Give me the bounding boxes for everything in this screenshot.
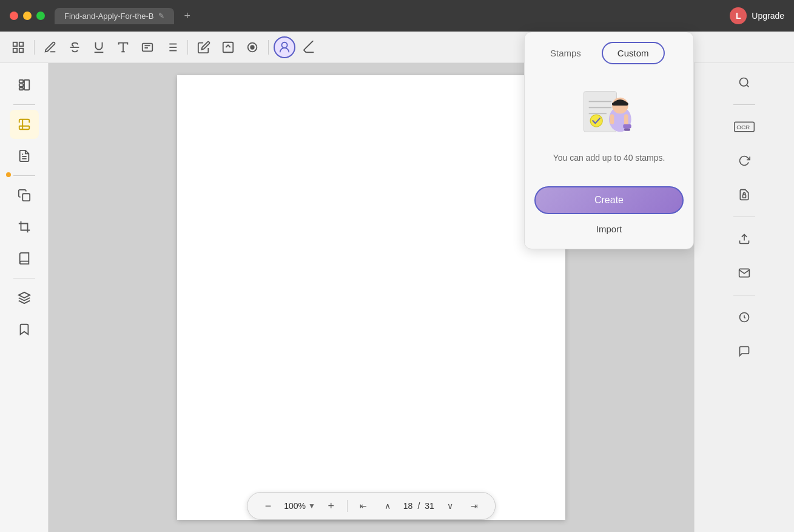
popup-actions: Create Import — [525, 177, 693, 249]
svg-rect-0 — [13, 42, 17, 45]
edit-toolbar-btn[interactable] — [193, 36, 215, 58]
svg-rect-48 — [610, 114, 614, 124]
lock-file-panel-btn[interactable] — [730, 180, 759, 209]
traffic-lights — [10, 12, 45, 20]
toolbar-sep-3 — [268, 40, 269, 55]
underline-toolbar-btn[interactable] — [88, 36, 110, 58]
svg-rect-46 — [623, 124, 631, 129]
right-panel-sep-2 — [733, 217, 755, 217]
popup-tabs: Stamps Custom — [525, 32, 693, 69]
stamps-tab[interactable]: Stamps — [534, 42, 597, 64]
bottom-sep-1 — [347, 500, 348, 512]
document-page — [177, 75, 565, 520]
mail-panel-btn[interactable] — [730, 258, 759, 288]
svg-rect-21 — [19, 80, 22, 83]
eraser-toolbar-btn[interactable] — [298, 36, 320, 58]
active-tab[interactable]: Find-and-Apply-For-the-B ✎ — [55, 8, 174, 24]
next-page-button[interactable]: ∨ — [442, 497, 459, 514]
sidebar-pages-btn[interactable] — [10, 70, 39, 99]
left-sidebar — [0, 63, 49, 532]
svg-point-41 — [590, 115, 602, 127]
sidebar-sep-3 — [13, 278, 35, 278]
list-toolbar-btn[interactable] — [161, 36, 183, 58]
sidebar-highlight-btn[interactable] — [10, 110, 39, 139]
svg-rect-44 — [612, 103, 628, 106]
svg-rect-47 — [624, 129, 630, 131]
sidebar-bookmark-btn[interactable] — [10, 315, 39, 344]
tab-area: Find-and-Apply-For-the-B ✎ + — [55, 7, 730, 25]
svg-point-20 — [281, 42, 287, 47]
tab-edit-icon[interactable]: ✎ — [158, 12, 164, 20]
pen-toolbar-btn[interactable] — [39, 36, 61, 58]
sidebar-copy-btn[interactable] — [10, 181, 39, 210]
create-stamp-button[interactable]: Create — [534, 186, 684, 214]
sidebar-sep-2 — [13, 175, 35, 176]
pages-toolbar-btn[interactable] — [7, 36, 29, 58]
current-page: 18 — [403, 501, 413, 511]
prev-page-button[interactable]: ∧ — [379, 497, 396, 514]
zoom-dropdown-icon[interactable]: ▼ — [308, 502, 315, 510]
sidebar-notes-btn[interactable] — [10, 141, 39, 170]
stamps-popup: Stamps Custom You can a — [524, 32, 694, 249]
stamp-description: You can add up to 40 stamps. — [553, 152, 665, 164]
svg-rect-22 — [19, 84, 22, 87]
toolbar-sep-2 — [187, 40, 188, 55]
zoom-out-button[interactable]: − — [260, 497, 277, 514]
stamp-illustration — [579, 81, 639, 142]
right-panel: OCR — [694, 63, 794, 532]
close-button[interactable] — [10, 12, 18, 20]
svg-rect-24 — [24, 80, 29, 90]
sidebar-layers-btn[interactable] — [10, 283, 39, 312]
search-panel-btn[interactable] — [730, 68, 759, 97]
svg-rect-3 — [19, 48, 23, 52]
svg-rect-34 — [743, 195, 746, 198]
chat-panel-btn[interactable] — [730, 337, 759, 366]
svg-rect-23 — [19, 88, 22, 90]
zoom-in-button[interactable]: + — [323, 497, 340, 514]
right-panel-sep-1 — [733, 104, 755, 105]
svg-point-30 — [740, 78, 748, 86]
tab-title: Find-and-Apply-For-the-B — [64, 12, 153, 21]
sidebar-sep-1 — [13, 104, 35, 105]
import-stamp-button[interactable]: Import — [534, 219, 684, 239]
upgrade-button[interactable]: L Upgrade — [730, 7, 784, 24]
strikethrough-toolbar-btn[interactable] — [64, 36, 86, 58]
minimize-button[interactable] — [23, 12, 32, 20]
avatar: L — [730, 7, 747, 24]
svg-rect-1 — [19, 42, 23, 45]
svg-line-31 — [747, 85, 749, 87]
save-panel-btn[interactable] — [730, 303, 759, 332]
maximize-button[interactable] — [36, 12, 45, 20]
sidebar-crop-btn[interactable] — [10, 212, 39, 241]
toolbar-sep-1 — [34, 40, 35, 55]
stamp-toolbar-btn[interactable] — [274, 36, 295, 58]
page-nav: 18 / 31 — [403, 501, 434, 511]
custom-tab[interactable]: Custom — [602, 42, 665, 64]
svg-marker-29 — [18, 292, 29, 298]
last-page-button[interactable]: ⇥ — [466, 497, 483, 514]
zoom-percentage: 100% — [284, 501, 306, 511]
add-tab-button[interactable]: + — [179, 7, 195, 25]
activity-dot — [6, 172, 11, 177]
popup-content: You can add up to 40 stamps. — [525, 69, 693, 177]
total-pages: 31 — [425, 501, 434, 511]
titlebar: Find-and-Apply-For-the-B ✎ + L Upgrade — [0, 0, 794, 32]
zoom-value-container: 100% ▼ — [284, 501, 315, 511]
export-panel-btn[interactable] — [730, 224, 759, 254]
svg-text:OCR: OCR — [736, 124, 750, 130]
sidebar-library-btn[interactable] — [10, 244, 39, 273]
shape-toolbar-btn[interactable] — [217, 36, 239, 58]
text-toolbar-btn[interactable] — [112, 36, 134, 58]
ocr-panel-btn[interactable]: OCR — [730, 112, 759, 141]
svg-rect-2 — [13, 48, 17, 52]
zoom-toolbar: − 100% ▼ + ⇤ ∧ 18 / 31 ∨ ⇥ — [247, 492, 496, 520]
svg-rect-17 — [223, 42, 234, 52]
right-panel-sep-3 — [733, 295, 755, 295]
refresh-panel-btn[interactable] — [730, 146, 759, 175]
color-toolbar-btn[interactable] — [241, 36, 263, 58]
first-page-button[interactable]: ⇤ — [355, 497, 372, 514]
page-sep: / — [417, 501, 420, 511]
svg-point-19 — [251, 45, 254, 49]
textbox-toolbar-btn[interactable] — [136, 36, 158, 58]
svg-rect-28 — [22, 194, 30, 201]
